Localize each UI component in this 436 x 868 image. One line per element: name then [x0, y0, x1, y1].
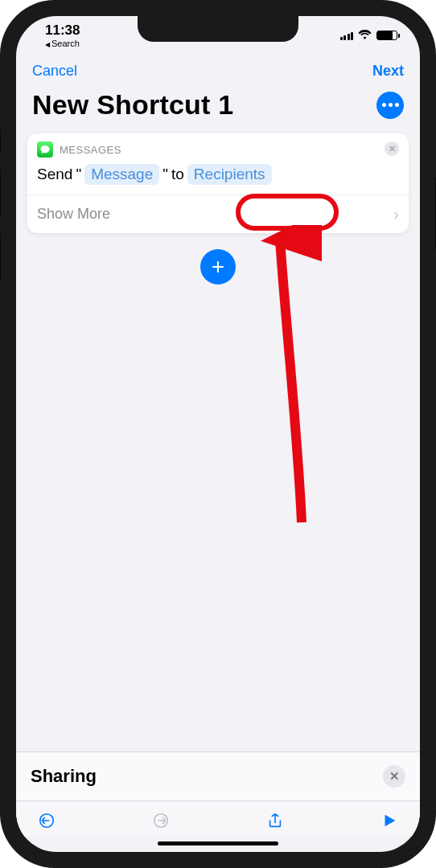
page-title: New Shortcut 1	[32, 89, 233, 121]
cancel-button[interactable]: Cancel	[32, 63, 77, 80]
add-action-button[interactable]: +	[200, 249, 236, 285]
home-indicator[interactable]	[158, 841, 278, 845]
status-time: 11:38	[45, 23, 80, 37]
show-more-row[interactable]: Show More ›	[27, 194, 409, 233]
send-message-action-card: MESSAGES ✕ Send " Message " to Recipient…	[27, 133, 409, 233]
cellular-signal-icon	[340, 31, 354, 40]
sharing-title: Sharing	[31, 766, 97, 787]
chevron-right-icon: ›	[393, 205, 399, 223]
to-word: to	[171, 166, 184, 183]
more-options-button[interactable]	[376, 92, 404, 119]
title-row: New Shortcut 1	[16, 86, 420, 133]
recipients-token[interactable]: Recipients	[187, 164, 272, 185]
quote-close: "	[162, 166, 168, 183]
bottom-toolbar	[16, 800, 420, 837]
battery-icon	[376, 31, 397, 40]
play-button[interactable]	[380, 811, 399, 830]
wifi-icon	[358, 27, 372, 43]
share-button[interactable]	[265, 811, 285, 830]
messages-app-icon	[37, 141, 53, 158]
message-token[interactable]: Message	[84, 164, 159, 185]
notch	[138, 16, 298, 42]
quote-open: "	[76, 166, 81, 183]
next-button[interactable]: Next	[372, 63, 404, 80]
action-body: Send " Message " to Recipients	[27, 161, 409, 194]
close-sharing-button[interactable]: ✕	[383, 765, 405, 788]
show-more-label: Show More	[37, 206, 110, 223]
remove-action-button[interactable]: ✕	[385, 141, 399, 156]
undo-button[interactable]	[37, 811, 56, 830]
back-to-search[interactable]: Search	[45, 39, 80, 48]
action-prefix: Send	[37, 166, 72, 183]
sharing-panel[interactable]: Sharing ✕	[16, 751, 420, 800]
redo-button	[151, 811, 171, 830]
screen: 11:38 Search Cancel Next New Shortcut 1	[16, 16, 420, 852]
action-app-label: MESSAGES	[60, 144, 121, 156]
phone-frame: 11:38 Search Cancel Next New Shortcut 1	[0, 0, 436, 868]
nav-bar: Cancel Next	[16, 55, 420, 86]
